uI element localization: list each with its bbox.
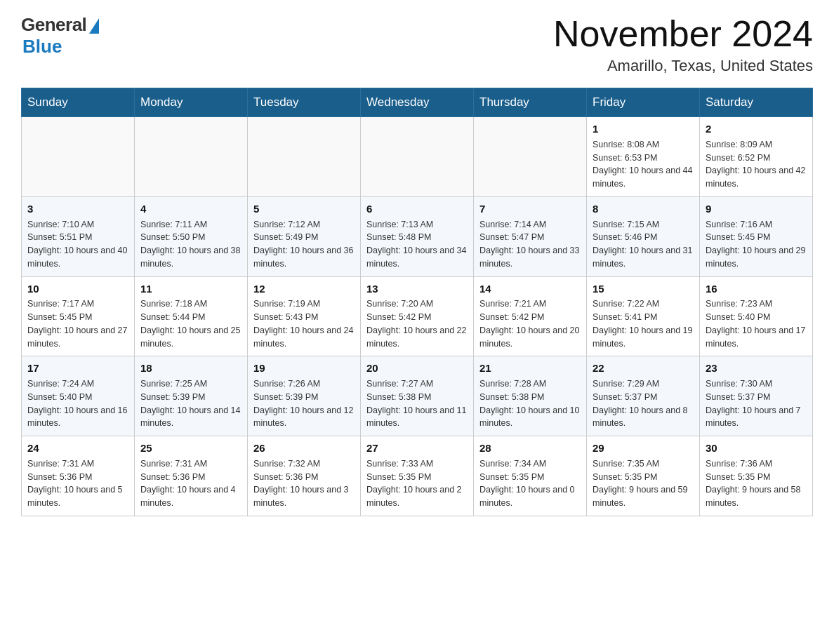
calendar-header-row: SundayMondayTuesdayWednesdayThursdayFrid…	[22, 88, 813, 117]
calendar-cell	[361, 117, 474, 197]
day-info: Sunrise: 7:13 AM Sunset: 5:48 PM Dayligh…	[366, 218, 468, 271]
calendar-cell: 16Sunrise: 7:23 AM Sunset: 5:40 PM Dayli…	[700, 276, 813, 356]
calendar-week-row: 10Sunrise: 7:17 AM Sunset: 5:45 PM Dayli…	[22, 276, 813, 356]
day-info: Sunrise: 7:32 AM Sunset: 5:36 PM Dayligh…	[253, 457, 355, 510]
calendar-week-row: 17Sunrise: 7:24 AM Sunset: 5:40 PM Dayli…	[22, 356, 813, 436]
calendar-cell: 3Sunrise: 7:10 AM Sunset: 5:51 PM Daylig…	[22, 196, 135, 276]
calendar-cell: 2Sunrise: 8:09 AM Sunset: 6:52 PM Daylig…	[700, 117, 813, 197]
calendar-cell	[474, 117, 587, 197]
day-info: Sunrise: 7:26 AM Sunset: 5:39 PM Dayligh…	[253, 377, 355, 430]
day-number: 10	[27, 281, 128, 297]
day-number: 17	[27, 361, 128, 376]
calendar-header-friday: Friday	[587, 88, 700, 117]
title-section: November 2024 Amarillo, Texas, United St…	[553, 14, 813, 75]
day-number: 11	[140, 281, 241, 297]
day-info: Sunrise: 7:36 AM Sunset: 5:35 PM Dayligh…	[706, 457, 807, 510]
calendar-cell: 5Sunrise: 7:12 AM Sunset: 5:49 PM Daylig…	[248, 196, 361, 276]
calendar-header-thursday: Thursday	[474, 88, 587, 117]
day-info: Sunrise: 7:25 AM Sunset: 5:39 PM Dayligh…	[140, 377, 241, 430]
day-info: Sunrise: 7:17 AM Sunset: 5:45 PM Dayligh…	[27, 297, 128, 350]
calendar-cell: 19Sunrise: 7:26 AM Sunset: 5:39 PM Dayli…	[248, 356, 361, 436]
calendar-table: SundayMondayTuesdayWednesdayThursdayFrid…	[21, 88, 813, 516]
calendar-cell: 29Sunrise: 7:35 AM Sunset: 5:35 PM Dayli…	[587, 436, 700, 516]
day-number: 13	[366, 281, 468, 297]
logo: General Blue	[21, 14, 99, 58]
calendar-cell: 14Sunrise: 7:21 AM Sunset: 5:42 PM Dayli…	[474, 276, 587, 356]
day-info: Sunrise: 7:22 AM Sunset: 5:41 PM Dayligh…	[593, 297, 694, 350]
calendar-cell: 11Sunrise: 7:18 AM Sunset: 5:44 PM Dayli…	[135, 276, 248, 356]
day-number: 6	[366, 201, 468, 217]
day-info: Sunrise: 7:31 AM Sunset: 5:36 PM Dayligh…	[27, 457, 128, 510]
day-number: 21	[479, 361, 581, 376]
calendar-header-tuesday: Tuesday	[248, 88, 361, 117]
calendar-cell: 13Sunrise: 7:20 AM Sunset: 5:42 PM Dayli…	[361, 276, 474, 356]
day-number: 12	[253, 281, 355, 297]
day-info: Sunrise: 7:14 AM Sunset: 5:47 PM Dayligh…	[479, 218, 581, 271]
day-info: Sunrise: 7:31 AM Sunset: 5:36 PM Dayligh…	[140, 457, 241, 510]
calendar-cell: 25Sunrise: 7:31 AM Sunset: 5:36 PM Dayli…	[135, 436, 248, 516]
day-number: 3	[27, 201, 128, 217]
day-info: Sunrise: 7:10 AM Sunset: 5:51 PM Dayligh…	[27, 218, 128, 271]
day-number: 22	[593, 361, 694, 376]
day-number: 27	[366, 441, 468, 456]
calendar-cell: 8Sunrise: 7:15 AM Sunset: 5:46 PM Daylig…	[587, 196, 700, 276]
calendar-cell: 30Sunrise: 7:36 AM Sunset: 5:35 PM Dayli…	[700, 436, 813, 516]
day-info: Sunrise: 7:11 AM Sunset: 5:50 PM Dayligh…	[140, 218, 241, 271]
calendar-cell: 10Sunrise: 7:17 AM Sunset: 5:45 PM Dayli…	[22, 276, 135, 356]
day-info: Sunrise: 7:30 AM Sunset: 5:37 PM Dayligh…	[706, 377, 807, 430]
calendar-cell: 22Sunrise: 7:29 AM Sunset: 5:37 PM Dayli…	[587, 356, 700, 436]
calendar-cell: 12Sunrise: 7:19 AM Sunset: 5:43 PM Dayli…	[248, 276, 361, 356]
calendar-cell: 1Sunrise: 8:08 AM Sunset: 6:53 PM Daylig…	[587, 117, 700, 197]
calendar-cell	[135, 117, 248, 197]
calendar-cell: 27Sunrise: 7:33 AM Sunset: 5:35 PM Dayli…	[361, 436, 474, 516]
logo-blue: Blue	[22, 36, 62, 58]
day-number: 28	[479, 441, 581, 456]
day-info: Sunrise: 7:21 AM Sunset: 5:42 PM Dayligh…	[479, 297, 581, 350]
day-number: 9	[706, 201, 807, 217]
day-number: 7	[479, 201, 581, 217]
day-number: 1	[593, 121, 694, 137]
calendar-cell: 26Sunrise: 7:32 AM Sunset: 5:36 PM Dayli…	[248, 436, 361, 516]
day-number: 29	[593, 441, 694, 456]
day-info: Sunrise: 7:28 AM Sunset: 5:38 PM Dayligh…	[479, 377, 581, 430]
day-info: Sunrise: 7:16 AM Sunset: 5:45 PM Dayligh…	[706, 218, 807, 271]
calendar-cell: 20Sunrise: 7:27 AM Sunset: 5:38 PM Dayli…	[361, 356, 474, 436]
day-number: 20	[366, 361, 468, 376]
day-number: 2	[706, 121, 807, 137]
calendar-cell: 24Sunrise: 7:31 AM Sunset: 5:36 PM Dayli…	[22, 436, 135, 516]
day-number: 4	[140, 201, 241, 217]
calendar-cell: 18Sunrise: 7:25 AM Sunset: 5:39 PM Dayli…	[135, 356, 248, 436]
calendar-header-sunday: Sunday	[22, 88, 135, 117]
calendar-cell: 7Sunrise: 7:14 AM Sunset: 5:47 PM Daylig…	[474, 196, 587, 276]
day-info: Sunrise: 8:08 AM Sunset: 6:53 PM Dayligh…	[593, 138, 694, 191]
calendar-cell	[248, 117, 361, 197]
calendar-cell: 15Sunrise: 7:22 AM Sunset: 5:41 PM Dayli…	[587, 276, 700, 356]
day-number: 30	[706, 441, 807, 456]
day-number: 26	[253, 441, 355, 456]
day-number: 5	[253, 201, 355, 217]
calendar-cell: 6Sunrise: 7:13 AM Sunset: 5:48 PM Daylig…	[361, 196, 474, 276]
day-number: 23	[706, 361, 807, 376]
calendar-cell: 9Sunrise: 7:16 AM Sunset: 5:45 PM Daylig…	[700, 196, 813, 276]
logo-general: General	[21, 14, 86, 36]
day-number: 18	[140, 361, 241, 376]
day-info: Sunrise: 7:34 AM Sunset: 5:35 PM Dayligh…	[479, 457, 581, 510]
day-number: 8	[593, 201, 694, 217]
calendar-cell: 21Sunrise: 7:28 AM Sunset: 5:38 PM Dayli…	[474, 356, 587, 436]
day-number: 25	[140, 441, 241, 456]
day-number: 16	[706, 281, 807, 297]
calendar-header-saturday: Saturday	[700, 88, 813, 117]
day-info: Sunrise: 7:20 AM Sunset: 5:42 PM Dayligh…	[366, 297, 468, 350]
day-info: Sunrise: 7:12 AM Sunset: 5:49 PM Dayligh…	[253, 218, 355, 271]
calendar-week-row: 24Sunrise: 7:31 AM Sunset: 5:36 PM Dayli…	[22, 436, 813, 516]
calendar-header-monday: Monday	[135, 88, 248, 117]
calendar-cell: 23Sunrise: 7:30 AM Sunset: 5:37 PM Dayli…	[700, 356, 813, 436]
calendar-cell: 4Sunrise: 7:11 AM Sunset: 5:50 PM Daylig…	[135, 196, 248, 276]
location: Amarillo, Texas, United States	[553, 57, 813, 75]
calendar-cell: 17Sunrise: 7:24 AM Sunset: 5:40 PM Dayli…	[22, 356, 135, 436]
day-info: Sunrise: 7:19 AM Sunset: 5:43 PM Dayligh…	[253, 297, 355, 350]
day-info: Sunrise: 7:33 AM Sunset: 5:35 PM Dayligh…	[366, 457, 468, 510]
day-info: Sunrise: 7:15 AM Sunset: 5:46 PM Dayligh…	[593, 218, 694, 271]
calendar-header-wednesday: Wednesday	[361, 88, 474, 117]
day-number: 24	[27, 441, 128, 456]
